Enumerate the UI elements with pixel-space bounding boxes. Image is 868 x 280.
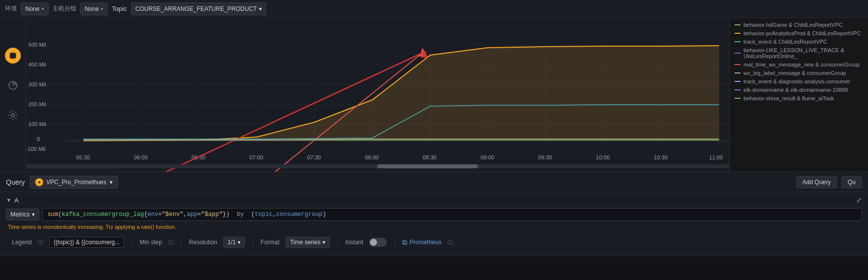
datasource-button[interactable]: ● VPC_Pro_Promethues ▾ (30, 176, 118, 189)
separator-3: | (252, 239, 253, 246)
env-dropdown[interactable]: None ▾ (21, 2, 49, 15)
instant-toggle[interactable] (369, 238, 387, 247)
add-query-button[interactable]: Add Query (796, 176, 837, 188)
separator-5: | (394, 239, 395, 246)
separator-1: | (131, 239, 132, 246)
qu-button[interactable]: Qu (841, 176, 862, 188)
query-header: Query ● VPC_Pro_Promethues ▾ Add Query Q… (0, 172, 868, 192)
legend-label-3: behavior-UKE_LESSON_LIVE_TRACE & UkeLesR… (744, 47, 863, 59)
host-chevron-icon: ▾ (101, 6, 103, 11)
legend-label-6: track_event & diagnostic-analysis-consum… (744, 78, 850, 84)
query-id: A (14, 197, 19, 204)
min-step-label: Min step (140, 239, 162, 246)
host-label: 主机分组 (53, 4, 76, 13)
expr-by-keyword: by (237, 211, 244, 218)
prometheus-label: Prometheus (409, 239, 441, 246)
svg-text:09:30: 09:30 (538, 154, 552, 160)
warning-text: Time series is monotonically increasing.… (6, 224, 862, 230)
legend-item-4: real_time_wx_message_new & consumerGroup (735, 62, 863, 68)
left-sidebar (0, 18, 26, 172)
legend-color-1 (735, 33, 741, 34)
resolution-chevron-icon: ▾ (238, 239, 241, 246)
sidebar-icon-db[interactable] (5, 48, 21, 64)
prometheus-button[interactable]: ⧉ Prometheus (402, 238, 441, 247)
legend-item-2: track_event & ChildLesReportVPC (735, 39, 863, 45)
expand-icon[interactable]: ⤢ (856, 196, 862, 204)
svg-text:07:00: 07:00 (249, 154, 263, 160)
topic-dropdown[interactable]: COURSE_ARRANGE_FEATURE_PRODUCT ▾ (131, 2, 266, 15)
resolution-value: 1/1 (228, 239, 236, 246)
query-a-block: ▼ A ⤢ Metrics ▾ sum(kafka_consumergroup_… (0, 192, 868, 256)
legend-label: Legend (12, 239, 32, 246)
legend-label-0: behavior-hdGame & ChildLesReportVPC (744, 22, 843, 28)
time-series-dropdown[interactable]: Time series ▾ (286, 237, 330, 248)
toggle-knob (370, 239, 377, 246)
chart-svg: 500 Mil 400 Mil 300 Mil 200 Mil 100 Mil … (26, 18, 729, 172)
svg-text:10:30: 10:30 (654, 154, 668, 160)
svg-text:10:00: 10:00 (596, 154, 610, 160)
datasource-chevron-icon: ▾ (110, 179, 113, 186)
svg-text:0: 0 (37, 136, 40, 142)
host-value: None (85, 5, 99, 12)
separator-2: | (181, 239, 182, 246)
metrics-button[interactable]: Metrics ▾ (6, 209, 39, 220)
env-label: 环境 (5, 4, 17, 13)
query-input-row: Metrics ▾ sum(kafka_consumergroup_lag{en… (6, 208, 862, 221)
env-value: None (25, 5, 40, 12)
svg-text:300 Mil: 300 Mil (28, 81, 46, 87)
legend-item-7: elk-domainname & elk-domainname-10889 (735, 87, 863, 93)
svg-text:200 Mil: 200 Mil (28, 101, 46, 107)
svg-text:06:00: 06:00 (134, 154, 148, 160)
separator-4: | (337, 239, 338, 246)
chart-container: 对应GroupID消息LAG 500 Mil (0, 18, 868, 172)
resolution-dropdown[interactable]: 1/1 ▾ (223, 237, 246, 248)
expr-by-consumergroup: consumergroup (276, 211, 323, 218)
legend-panel: behavior-hdGame & ChildLesReportVPC beha… (729, 18, 868, 172)
expr-label-app: app (187, 211, 198, 218)
top-toolbar: 环境 None ▾ 主机分组 None ▾ Topic COURSE_ARRAN… (0, 0, 868, 18)
sidebar-icon-gear[interactable] (5, 107, 21, 123)
legend-item-5: wx_big_label_message & consumerGroup (735, 70, 863, 76)
expr-by-topic: topic (254, 211, 272, 218)
legend-color-4 (735, 64, 741, 65)
legend-color-8 (735, 98, 741, 99)
topic-label: Topic (112, 5, 126, 12)
instant-label: Instant (345, 239, 363, 246)
query-section: Query ● VPC_Pro_Promethues ▾ Add Query Q… (0, 172, 868, 256)
svg-text:07:30: 07:30 (307, 154, 321, 160)
legend-item-6: track_event & diagnostic-analysis-consum… (735, 78, 863, 84)
legend-value[interactable]: {{topic}} & {{consumerg... (49, 237, 124, 248)
prometheus-info-icon[interactable]: ⓘ (447, 239, 453, 246)
prometheus-icon: ⧉ (402, 238, 407, 247)
format-label: Format (261, 239, 280, 246)
chart-wrapper: 对应GroupID消息LAG 500 Mil (26, 18, 729, 172)
legend-color-5 (735, 72, 741, 73)
svg-text:05:30: 05:30 (76, 154, 90, 160)
svg-rect-48 (377, 164, 478, 168)
host-dropdown[interactable]: None ▾ (80, 2, 108, 15)
legend-label-8: behavior-shiva_result & flume_aiTask (744, 95, 834, 101)
legend-item-3: behavior-UKE_LESSON_LIVE_TRACE & UkeLesR… (735, 47, 863, 59)
legend-color-2 (735, 41, 741, 42)
query-expression-field[interactable]: sum(kafka_consumergroup_lag{env="$env",a… (42, 208, 862, 221)
time-series-chevron-icon: ▾ (322, 239, 325, 246)
svg-text:-100 Mil: -100 Mil (26, 146, 46, 152)
expr-metric: kafka_consumergroup_lag (62, 211, 144, 218)
resolution-label: Resolution (189, 239, 217, 246)
svg-text:08:00: 08:00 (365, 154, 379, 160)
min-step-info-icon[interactable]: ⓘ (168, 239, 174, 246)
query-a-header: ▼ A ⤢ (6, 196, 862, 204)
legend-item-1: behavior-pcAnalyticsProd & ChildLesRepor… (735, 30, 863, 36)
sidebar-icon-chart[interactable] (5, 77, 21, 93)
legend-label-5: wx_big_label_message & consumerGroup (744, 70, 846, 76)
topic-chevron-icon: ▾ (259, 5, 262, 12)
legend-color-7 (735, 89, 741, 90)
time-series-label: Time series (290, 239, 321, 246)
collapse-arrow-icon[interactable]: ▼ (6, 197, 11, 203)
expr-env-value: $env (165, 211, 180, 218)
legend-info-icon[interactable]: ⓘ (38, 239, 43, 246)
legend-label-2: track_event & ChildLesReportVPC (744, 39, 827, 45)
topic-value: COURSE_ARRANGE_FEATURE_PRODUCT (135, 5, 257, 12)
legend-item-8: behavior-shiva_result & flume_aiTask (735, 95, 863, 101)
datasource-name: VPC_Pro_Promethues (46, 179, 106, 186)
